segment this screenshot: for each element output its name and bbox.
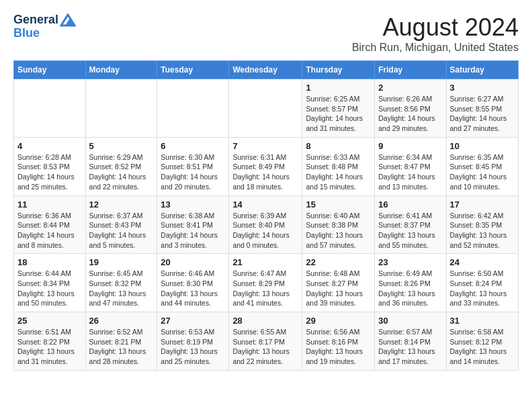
day-number: 1 bbox=[306, 83, 371, 93]
day-number: 24 bbox=[450, 257, 515, 267]
day-number: 18 bbox=[17, 257, 82, 267]
calendar-cell: 27Sunrise: 6:53 AM Sunset: 8:19 PM Dayli… bbox=[157, 312, 229, 371]
day-number: 29 bbox=[306, 316, 371, 326]
day-info: Sunrise: 6:27 AM Sunset: 8:55 PM Dayligh… bbox=[450, 94, 515, 134]
calendar-cell: 18Sunrise: 6:44 AM Sunset: 8:34 PM Dayli… bbox=[14, 254, 86, 312]
calendar-cell bbox=[14, 79, 86, 138]
day-number: 12 bbox=[89, 199, 154, 210]
calendar-cell: 29Sunrise: 6:56 AM Sunset: 8:16 PM Dayli… bbox=[302, 312, 375, 371]
day-info: Sunrise: 6:46 AM Sunset: 8:30 PM Dayligh… bbox=[161, 269, 225, 308]
day-info: Sunrise: 6:38 AM Sunset: 8:41 PM Dayligh… bbox=[161, 211, 225, 250]
calendar-cell: 20Sunrise: 6:46 AM Sunset: 8:30 PM Dayli… bbox=[157, 254, 229, 312]
day-info: Sunrise: 6:30 AM Sunset: 8:51 PM Dayligh… bbox=[161, 152, 225, 192]
day-info: Sunrise: 6:45 AM Sunset: 8:32 PM Dayligh… bbox=[89, 269, 154, 308]
day-number: 28 bbox=[232, 316, 298, 326]
day-number: 17 bbox=[450, 199, 515, 210]
day-number: 10 bbox=[450, 141, 515, 151]
calendar-cell: 22Sunrise: 6:48 AM Sunset: 8:27 PM Dayli… bbox=[302, 254, 375, 312]
calendar-cell: 26Sunrise: 6:52 AM Sunset: 8:21 PM Dayli… bbox=[85, 312, 157, 371]
day-number: 26 bbox=[89, 316, 154, 326]
day-info: Sunrise: 6:28 AM Sunset: 8:53 PM Dayligh… bbox=[17, 152, 82, 192]
calendar-cell: 30Sunrise: 6:57 AM Sunset: 8:14 PM Dayli… bbox=[375, 312, 446, 371]
calendar-cell: 2Sunrise: 6:26 AM Sunset: 8:56 PM Daylig… bbox=[375, 79, 446, 138]
day-number: 8 bbox=[306, 141, 371, 151]
calendar-cell: 6Sunrise: 6:30 AM Sunset: 8:51 PM Daylig… bbox=[157, 137, 229, 195]
calendar-cell: 17Sunrise: 6:42 AM Sunset: 8:35 PM Dayli… bbox=[446, 195, 519, 254]
day-info: Sunrise: 6:42 AM Sunset: 8:35 PM Dayligh… bbox=[450, 211, 515, 250]
calendar-cell: 28Sunrise: 6:55 AM Sunset: 8:17 PM Dayli… bbox=[229, 312, 302, 371]
page-header: General Blue August 2024 Birch Run, Mich… bbox=[13, 13, 519, 54]
day-info: Sunrise: 6:35 AM Sunset: 8:45 PM Dayligh… bbox=[450, 152, 515, 192]
calendar-cell: 1Sunrise: 6:25 AM Sunset: 8:57 PM Daylig… bbox=[302, 79, 375, 138]
day-info: Sunrise: 6:44 AM Sunset: 8:34 PM Dayligh… bbox=[17, 269, 82, 308]
day-number: 16 bbox=[378, 199, 442, 210]
day-number: 19 bbox=[89, 257, 154, 267]
day-info: Sunrise: 6:49 AM Sunset: 8:26 PM Dayligh… bbox=[378, 269, 442, 308]
day-number: 25 bbox=[17, 316, 82, 326]
day-info: Sunrise: 6:57 AM Sunset: 8:14 PM Dayligh… bbox=[378, 327, 442, 367]
day-info: Sunrise: 6:55 AM Sunset: 8:17 PM Dayligh… bbox=[232, 327, 298, 367]
day-info: Sunrise: 6:47 AM Sunset: 8:29 PM Dayligh… bbox=[232, 269, 298, 308]
calendar-header: SundayMondayTuesdayWednesdayThursdayFrid… bbox=[14, 61, 519, 79]
day-info: Sunrise: 6:58 AM Sunset: 8:12 PM Dayligh… bbox=[450, 327, 515, 367]
day-info: Sunrise: 6:40 AM Sunset: 8:38 PM Dayligh… bbox=[306, 211, 371, 250]
day-number: 20 bbox=[161, 257, 225, 267]
weekday-header-friday: Friday bbox=[375, 61, 446, 79]
calendar-cell: 3Sunrise: 6:27 AM Sunset: 8:55 PM Daylig… bbox=[446, 79, 519, 138]
calendar-cell bbox=[229, 79, 302, 138]
calendar-cell: 10Sunrise: 6:35 AM Sunset: 8:45 PM Dayli… bbox=[446, 137, 519, 195]
day-number: 3 bbox=[450, 83, 515, 93]
calendar-cell: 23Sunrise: 6:49 AM Sunset: 8:26 PM Dayli… bbox=[375, 254, 446, 312]
calendar-week-1: 1Sunrise: 6:25 AM Sunset: 8:57 PM Daylig… bbox=[14, 79, 519, 138]
calendar-cell: 16Sunrise: 6:41 AM Sunset: 8:37 PM Dayli… bbox=[375, 195, 446, 254]
day-number: 14 bbox=[232, 199, 298, 210]
day-info: Sunrise: 6:50 AM Sunset: 8:24 PM Dayligh… bbox=[450, 269, 515, 308]
day-number: 6 bbox=[161, 141, 225, 151]
calendar-cell: 14Sunrise: 6:39 AM Sunset: 8:40 PM Dayli… bbox=[229, 195, 302, 254]
calendar-cell: 11Sunrise: 6:36 AM Sunset: 8:44 PM Dayli… bbox=[14, 195, 86, 254]
calendar-cell bbox=[157, 79, 229, 138]
day-info: Sunrise: 6:25 AM Sunset: 8:57 PM Dayligh… bbox=[306, 94, 371, 134]
weekday-header-wednesday: Wednesday bbox=[229, 61, 302, 79]
calendar-cell: 4Sunrise: 6:28 AM Sunset: 8:53 PM Daylig… bbox=[14, 137, 86, 195]
day-number: 23 bbox=[378, 257, 442, 267]
day-info: Sunrise: 6:29 AM Sunset: 8:52 PM Dayligh… bbox=[89, 152, 154, 192]
day-info: Sunrise: 6:52 AM Sunset: 8:21 PM Dayligh… bbox=[89, 327, 154, 367]
day-number: 30 bbox=[378, 316, 442, 326]
calendar-body: 1Sunrise: 6:25 AM Sunset: 8:57 PM Daylig… bbox=[14, 79, 519, 371]
day-info: Sunrise: 6:41 AM Sunset: 8:37 PM Dayligh… bbox=[378, 211, 442, 250]
day-number: 21 bbox=[232, 257, 298, 267]
title-section: August 2024 Birch Run, Michigan, United … bbox=[352, 13, 519, 54]
calendar-cell: 21Sunrise: 6:47 AM Sunset: 8:29 PM Dayli… bbox=[229, 254, 302, 312]
calendar-week-4: 18Sunrise: 6:44 AM Sunset: 8:34 PM Dayli… bbox=[14, 254, 519, 312]
weekday-header-saturday: Saturday bbox=[446, 61, 519, 79]
calendar-cell bbox=[85, 79, 157, 138]
day-number: 22 bbox=[306, 257, 371, 267]
calendar-table: SundayMondayTuesdayWednesdayThursdayFrid… bbox=[13, 60, 519, 371]
day-info: Sunrise: 6:36 AM Sunset: 8:44 PM Dayligh… bbox=[17, 211, 82, 250]
day-info: Sunrise: 6:31 AM Sunset: 8:49 PM Dayligh… bbox=[232, 152, 298, 192]
day-number: 5 bbox=[89, 141, 154, 151]
calendar-cell: 25Sunrise: 6:51 AM Sunset: 8:22 PM Dayli… bbox=[14, 312, 86, 371]
day-info: Sunrise: 6:33 AM Sunset: 8:48 PM Dayligh… bbox=[306, 152, 371, 192]
logo-icon bbox=[60, 13, 76, 27]
day-number: 13 bbox=[161, 199, 225, 210]
calendar-cell: 31Sunrise: 6:58 AM Sunset: 8:12 PM Dayli… bbox=[446, 312, 519, 371]
calendar-cell: 5Sunrise: 6:29 AM Sunset: 8:52 PM Daylig… bbox=[85, 137, 157, 195]
logo: General Blue bbox=[13, 13, 76, 40]
calendar-cell: 8Sunrise: 6:33 AM Sunset: 8:48 PM Daylig… bbox=[302, 137, 375, 195]
calendar-cell: 13Sunrise: 6:38 AM Sunset: 8:41 PM Dayli… bbox=[157, 195, 229, 254]
calendar-cell: 19Sunrise: 6:45 AM Sunset: 8:32 PM Dayli… bbox=[85, 254, 157, 312]
day-info: Sunrise: 6:26 AM Sunset: 8:56 PM Dayligh… bbox=[378, 94, 442, 134]
day-number: 15 bbox=[306, 199, 371, 210]
day-info: Sunrise: 6:56 AM Sunset: 8:16 PM Dayligh… bbox=[306, 327, 371, 367]
weekday-header-thursday: Thursday bbox=[302, 61, 375, 79]
day-info: Sunrise: 6:34 AM Sunset: 8:47 PM Dayligh… bbox=[378, 152, 442, 192]
day-info: Sunrise: 6:48 AM Sunset: 8:27 PM Dayligh… bbox=[306, 269, 371, 308]
weekday-header-monday: Monday bbox=[85, 61, 157, 79]
day-number: 7 bbox=[232, 141, 298, 151]
calendar-week-5: 25Sunrise: 6:51 AM Sunset: 8:22 PM Dayli… bbox=[14, 312, 519, 371]
logo-text-blue: Blue bbox=[13, 27, 76, 40]
day-number: 9 bbox=[378, 141, 442, 151]
day-number: 31 bbox=[450, 316, 515, 326]
